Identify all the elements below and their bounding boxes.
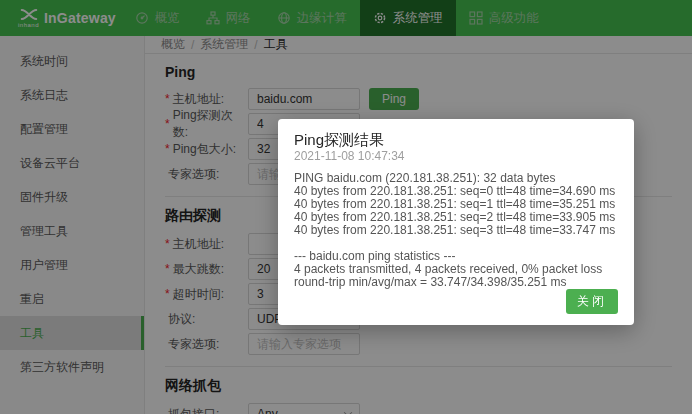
modal-footer: 关闭 — [294, 289, 618, 314]
ping-result-modal: Ping探测结果 2021-11-08 10:47:34 PING baidu.… — [278, 119, 634, 325]
ping-output-line: round-trip min/avg/max = 33.747/34.398/3… — [294, 276, 618, 289]
close-button[interactable]: 关闭 — [566, 289, 618, 314]
modal-title: Ping探测结果 — [294, 131, 618, 149]
ping-output-line: 40 bytes from 220.181.38.251: seq=3 ttl=… — [294, 224, 618, 237]
modal-timestamp: 2021-11-08 10:47:34 — [294, 149, 618, 163]
ping-output: PING baidu.com (220.181.38.251): 32 data… — [294, 172, 618, 289]
